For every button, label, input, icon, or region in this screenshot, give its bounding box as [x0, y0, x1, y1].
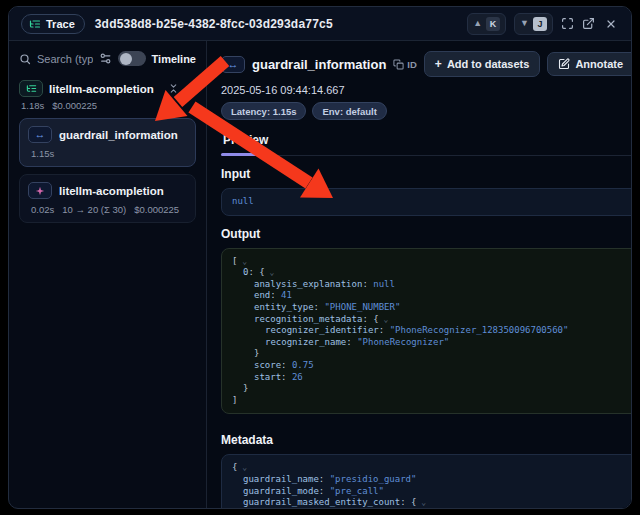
arrows-left-right-icon: ↔ — [35, 129, 46, 140]
tree-item-litellm-acompletion[interactable]: litellm-acompletion 0.02s 10 → 20 (Σ 30)… — [19, 174, 196, 223]
screen-background: Trace 3dd538d8-b25e-4382-8fcc-03d293da77… — [0, 0, 640, 515]
search-row: Timeline — [19, 49, 196, 74]
item-latency: 0.02s — [31, 204, 54, 215]
timeline-label: Timeline — [152, 53, 196, 65]
sparkle-icon — [35, 186, 45, 196]
filter-sliders-icon[interactable] — [99, 52, 112, 65]
observation-detail-panel: ↔ guardrail_information ID + Add to data… — [207, 41, 632, 508]
tree-item-label: guardrail_information — [59, 129, 178, 141]
trace-type-badge: Trace — [21, 14, 85, 34]
input-json-viewer: null — [221, 188, 632, 216]
annotate-split-button: Annotate ▼ — [547, 52, 632, 76]
keycap-k: K — [486, 17, 500, 31]
generation-node-badge — [28, 182, 52, 199]
trace-node-badge — [19, 80, 43, 97]
observation-timestamp: 2025-05-16 09:44:14.667 — [221, 84, 632, 96]
header-actions: + Add to datasets Annotate ▼ — [424, 51, 632, 77]
input-section: Input null — [221, 167, 632, 216]
collapse-all-icon[interactable] — [168, 83, 179, 94]
close-button[interactable] — [603, 18, 619, 30]
output-section: Output [ ⌄0: { ⌄analysis_explanation: nu… — [221, 227, 632, 415]
trace-id: 3dd538d8-b25e-4382-8fcc-03d293da77c5 — [95, 17, 333, 31]
close-icon — [605, 18, 617, 30]
tab-bar: Preview — [221, 129, 632, 156]
output-section-title: Output — [221, 227, 260, 241]
trace-badge-label: Trace — [46, 18, 75, 30]
trace-detail-window: Trace 3dd538d8-b25e-4382-8fcc-03d293da77… — [8, 6, 632, 509]
copy-id-button[interactable]: ID — [393, 59, 417, 70]
keycap-j: J — [533, 17, 547, 31]
metadata-section: Metadata { ⌄guardrail_name: "presidio_gu… — [221, 433, 632, 509]
search-icon — [19, 53, 31, 65]
item-token-usage: 10 → 20 (Σ 30) — [62, 204, 126, 215]
add-to-datasets-button[interactable]: + Add to datasets — [424, 51, 541, 77]
observation-header: ↔ guardrail_information ID + Add to data… — [221, 51, 632, 77]
next-observation-button[interactable]: ▼ J — [514, 13, 553, 35]
maximize-icon — [561, 17, 574, 30]
annotate-button[interactable]: Annotate — [548, 53, 632, 75]
root-cost: $0.000225 — [52, 100, 97, 111]
minimize-tree-icon[interactable] — [185, 83, 196, 94]
expand-fullscreen-button[interactable] — [561, 17, 574, 30]
metadata-section-title: Metadata — [221, 433, 273, 447]
tree-root-litellm-acompletion[interactable]: litellm-acompletion — [19, 80, 196, 97]
timeline-toggle[interactable] — [118, 51, 146, 66]
arrows-left-right-icon: ↔ — [228, 59, 239, 70]
chevron-up-icon: ▲ — [473, 19, 482, 28]
plus-icon: + — [435, 57, 442, 71]
event-node-badge: ↔ — [28, 126, 52, 143]
event-type-badge: ↔ — [221, 56, 245, 73]
root-metrics: 1.18s $0.000225 — [21, 100, 196, 111]
pencil-square-icon — [558, 58, 570, 70]
input-section-title: Input — [221, 167, 250, 181]
top-bar: Trace 3dd538d8-b25e-4382-8fcc-03d293da77… — [9, 7, 631, 41]
item-cost: $0.000225 — [134, 204, 179, 215]
prev-observation-button[interactable]: ▲ K — [467, 13, 506, 35]
latency-badge: Latency: 1.15s — [221, 102, 306, 120]
window-body: Timeline litellm-acompletion 1.18s $0.00… — [9, 41, 631, 508]
badge-row: Latency: 1.15s Env: default — [221, 102, 632, 120]
trace-tree-sidebar: Timeline litellm-acompletion 1.18s $0.00… — [9, 41, 207, 508]
tree-controls — [168, 83, 196, 94]
tree-root-label: litellm-acompletion — [49, 83, 162, 95]
search-input[interactable] — [37, 53, 93, 65]
metadata-json-viewer: { ⌄guardrail_name: "presidio_guard"guard… — [221, 454, 632, 509]
id-label: ID — [407, 59, 417, 70]
topbar-actions: ▲ K ▼ J — [467, 13, 619, 35]
env-badge: Env: default — [312, 102, 386, 120]
copy-icon — [393, 59, 404, 70]
output-json-viewer: [ ⌄0: { ⌄analysis_explanation: nullend: … — [221, 248, 632, 415]
chevron-down-icon: ▼ — [520, 19, 529, 28]
tree-item-guardrail-information[interactable]: ↔ guardrail_information 1.15s — [19, 118, 196, 167]
list-tree-icon — [29, 18, 41, 30]
tab-preview[interactable]: Preview — [221, 129, 270, 155]
tree-item-label: litellm-acompletion — [59, 185, 164, 197]
open-in-new-button[interactable] — [582, 17, 595, 30]
root-latency: 1.18s — [21, 100, 44, 111]
toggle-knob — [120, 53, 132, 65]
item-latency: 1.15s — [31, 148, 54, 159]
list-tree-icon — [26, 83, 37, 94]
external-link-icon — [582, 17, 595, 30]
observation-title: guardrail_information — [252, 57, 386, 72]
